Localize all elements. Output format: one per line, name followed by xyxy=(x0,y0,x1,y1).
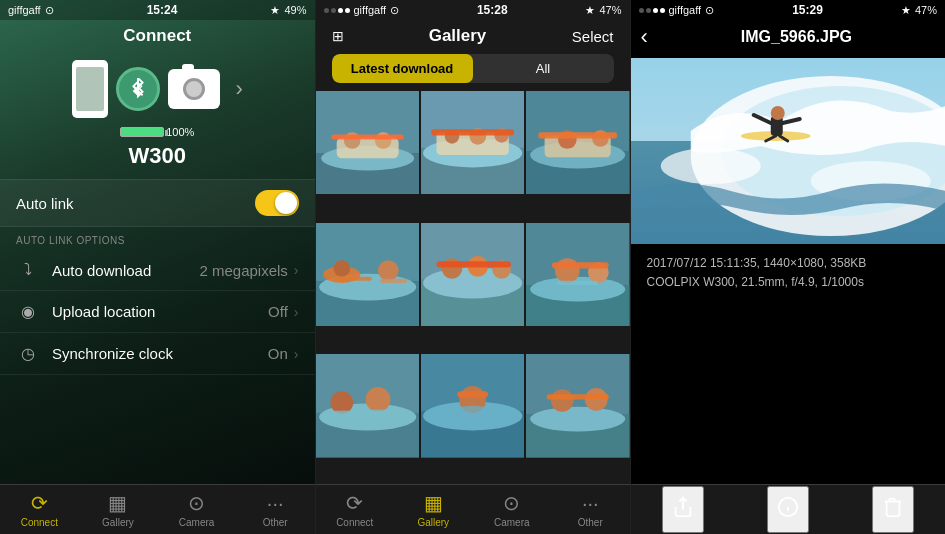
status-left-3: giffgaff ⊙ xyxy=(639,4,715,17)
gallery-grid xyxy=(316,91,630,484)
tab-gallery-2[interactable]: ▦ Gallery xyxy=(394,485,473,534)
main-surf-image: COOLPIX W300 2.1mm f/4.9 1/1000s xyxy=(631,58,946,244)
hero-chevron: › xyxy=(236,76,243,102)
battery-bar-fill xyxy=(120,127,164,137)
upload-location-chevron: › xyxy=(294,304,299,320)
sync-clock-label: Synchronize clock xyxy=(52,345,268,362)
svg-rect-30 xyxy=(380,278,407,282)
auto-download-row[interactable]: ⤵ Auto download 2 megapixels › xyxy=(0,250,315,291)
clock-icon: ◷ xyxy=(16,344,40,363)
battery-2: 47% xyxy=(599,4,621,16)
svg-point-29 xyxy=(377,260,398,281)
tab-connect-2[interactable]: ⟳ Connect xyxy=(316,485,395,534)
tab-gallery-label-1: Gallery xyxy=(102,517,134,528)
carrier-1: giffgaff xyxy=(8,4,41,16)
status-left-2: giffgaff ⊙ xyxy=(324,4,400,17)
thumb-7[interactable] xyxy=(316,354,419,457)
sync-clock-row[interactable]: ◷ Synchronize clock On › xyxy=(0,333,315,375)
tab-connect-icon-2: ⟳ xyxy=(346,491,363,515)
upload-location-value: Off xyxy=(268,303,288,320)
svg-point-27 xyxy=(333,260,350,277)
tab-other-2[interactable]: ··· Other xyxy=(551,485,630,534)
tab-gallery-1[interactable]: ▦ Gallery xyxy=(79,485,158,534)
time-1: 15:24 xyxy=(147,3,178,17)
share-button[interactable] xyxy=(662,486,704,533)
toggle-thumb xyxy=(275,192,297,214)
svg-rect-51 xyxy=(367,410,396,415)
tab-camera-icon-2: ⊙ xyxy=(503,491,520,515)
tab-other-label-2: Other xyxy=(578,517,603,528)
wifi-icon: ⊙ xyxy=(45,4,54,17)
tab-camera-2[interactable]: ⊙ Camera xyxy=(473,485,552,534)
download-icon: ⤵ xyxy=(16,261,40,279)
tab-camera-1[interactable]: ⊙ Camera xyxy=(157,485,236,534)
location-icon: ◉ xyxy=(16,302,40,321)
image-bottom-bar xyxy=(631,484,946,534)
tab-all[interactable]: All xyxy=(473,54,614,83)
tab-other-icon-1: ··· xyxy=(267,492,284,515)
thumb-1[interactable] xyxy=(316,91,419,194)
image-meta: 2017/07/12 15:11:35, 1440×1080, 358KB CO… xyxy=(631,244,946,298)
thumb-2[interactable] xyxy=(421,91,524,194)
image-panel: giffgaff ⊙ 15:29 ★ 47% ‹ IMG_5966.JPG xyxy=(631,0,946,534)
delete-button[interactable] xyxy=(872,486,914,533)
sig-d1 xyxy=(639,8,644,13)
svg-point-70 xyxy=(770,106,784,120)
thumb-6[interactable] xyxy=(526,223,629,326)
camera-bump xyxy=(182,64,194,71)
tab-bar-1: ⟳ Connect ▦ Gallery ⊙ Camera ··· Other xyxy=(0,484,315,534)
thumb-9[interactable] xyxy=(526,354,629,457)
svg-point-50 xyxy=(365,387,390,412)
gallery-tabs: Latest download All xyxy=(332,54,614,83)
time-2: 15:28 xyxy=(477,3,508,17)
sync-clock-value: On xyxy=(268,345,288,362)
svg-rect-37 xyxy=(436,261,510,267)
bluetooth-icon xyxy=(116,67,160,111)
svg-rect-57 xyxy=(457,392,488,398)
auto-download-chevron: › xyxy=(294,262,299,278)
upload-location-row[interactable]: ◉ Upload location Off › xyxy=(0,291,315,333)
bt-icon-2: ★ xyxy=(585,4,595,17)
signal-dot-4 xyxy=(345,8,350,13)
sync-clock-chevron: › xyxy=(294,346,299,362)
battery-3: 47% xyxy=(915,4,937,16)
battery-bar: 100% xyxy=(120,126,194,138)
sig-d4 xyxy=(660,8,665,13)
svg-rect-22 xyxy=(539,132,618,138)
tab-connect-1[interactable]: ⟳ Connect xyxy=(0,485,79,534)
tab-connect-label-1: Connect xyxy=(21,517,58,528)
tab-gallery-icon-2: ▦ xyxy=(424,491,443,515)
device-hero: › xyxy=(0,50,315,124)
auto-download-label: Auto download xyxy=(52,262,199,279)
svg-point-40 xyxy=(530,276,625,301)
tab-bar-2: ⟳ Connect ▦ Gallery ⊙ Camera ··· Other xyxy=(316,484,630,534)
tab-camera-label-1: Camera xyxy=(179,517,215,528)
tab-camera-icon-1: ⊙ xyxy=(188,491,205,515)
info-button[interactable] xyxy=(767,486,809,533)
thumb-4[interactable] xyxy=(316,223,419,326)
grid-icon: ⊞ xyxy=(332,28,344,44)
thumb-3[interactable] xyxy=(526,91,629,194)
gallery-panel: giffgaff ⊙ 15:28 ★ 47% ⊞ Gallery Select … xyxy=(316,0,631,534)
status-right-2: ★ 47% xyxy=(585,4,621,17)
tab-connect-label-2: Connect xyxy=(336,517,373,528)
svg-rect-28 xyxy=(334,276,371,280)
device-name: W300 xyxy=(0,139,315,179)
autolink-toggle[interactable] xyxy=(255,190,299,216)
gallery-header-right: Select xyxy=(544,28,614,45)
back-button[interactable]: ‹ xyxy=(641,24,648,50)
signal-dot-2 xyxy=(331,8,336,13)
tab-gallery-icon-1: ▦ xyxy=(108,491,127,515)
select-button[interactable]: Select xyxy=(572,28,614,45)
svg-rect-7 xyxy=(331,134,403,139)
autolink-label: Auto link xyxy=(16,195,74,212)
tab-other-1[interactable]: ··· Other xyxy=(236,485,315,534)
tab-latest-download[interactable]: Latest download xyxy=(332,54,473,83)
image-meta-line1: 2017/07/12 15:11:35, 1440×1080, 358KB xyxy=(647,254,930,273)
thumb-5[interactable] xyxy=(421,223,524,326)
autolink-row[interactable]: Auto link xyxy=(0,180,315,226)
gallery-header: ⊞ Gallery Select xyxy=(316,20,630,54)
carrier-2: giffgaff xyxy=(354,4,387,16)
gallery-title: Gallery xyxy=(372,26,544,46)
thumb-8[interactable] xyxy=(421,354,524,457)
